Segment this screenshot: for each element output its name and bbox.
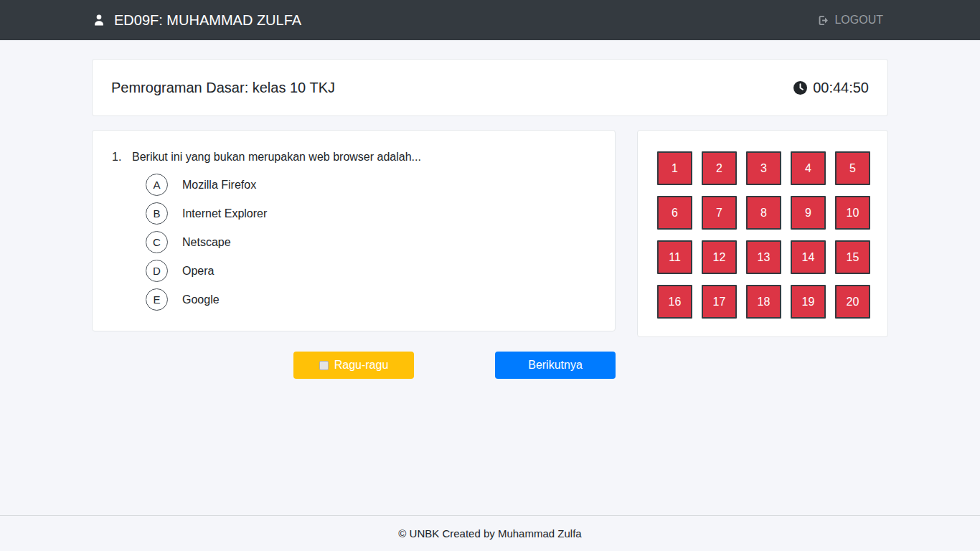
- option-label: Google: [182, 293, 220, 306]
- answer-options: A Mozilla Firefox B Internet Explorer C …: [146, 174, 595, 311]
- question-nav-button-1[interactable]: 1: [657, 151, 692, 185]
- question-nav-button-2[interactable]: 2: [702, 151, 737, 185]
- answer-option-a[interactable]: A Mozilla Firefox: [146, 174, 595, 196]
- question-nav-button-4[interactable]: 4: [791, 151, 826, 185]
- question-nav-button-7[interactable]: 7: [702, 196, 737, 230]
- option-label: Opera: [182, 265, 214, 278]
- main-content: Pemrograman Dasar: kelas 10 TKJ 00:44:50…: [92, 59, 888, 379]
- question-nav-grid: 1 2 3 4 5 6 7 8 9 10 11 12 13 14 15 16 1…: [657, 151, 869, 319]
- question-nav-button-17[interactable]: 17: [702, 285, 737, 319]
- answer-option-d[interactable]: D Opera: [146, 260, 595, 282]
- question-nav-button-10[interactable]: 10: [835, 196, 870, 230]
- footer: © UNBK Created by Muhammad Zulfa: [0, 515, 980, 551]
- question-nav-button-3[interactable]: 3: [746, 151, 781, 185]
- timer-value: 00:44:50: [813, 80, 869, 96]
- logout-label: LOGOUT: [834, 14, 883, 27]
- content-row: 1. Berikut ini yang bukan merupakan web …: [92, 130, 888, 337]
- question-nav-button-19[interactable]: 19: [791, 285, 826, 319]
- option-letter-badge[interactable]: D: [146, 260, 168, 282]
- option-letter-badge[interactable]: B: [146, 202, 168, 225]
- exam-info-card: Pemrograman Dasar: kelas 10 TKJ 00:44:50: [92, 59, 888, 116]
- berikutnya-button[interactable]: Berikutnya: [495, 352, 616, 379]
- option-label: Internet Explorer: [182, 207, 267, 220]
- ragu-ragu-label: Ragu-ragu: [334, 359, 389, 372]
- option-label: Mozilla Firefox: [182, 179, 256, 192]
- question-nav-panel: 1 2 3 4 5 6 7 8 9 10 11 12 13 14 15 16 1…: [637, 130, 888, 337]
- question-nav-button-12[interactable]: 12: [702, 240, 737, 274]
- ragu-ragu-button[interactable]: Ragu-ragu: [293, 352, 414, 379]
- logout-button[interactable]: LOGOUT: [817, 14, 888, 27]
- action-buttons-row: Ragu-ragu Berikutnya: [92, 352, 888, 379]
- question-nav-button-15[interactable]: 15: [835, 240, 870, 274]
- question-nav-button-11[interactable]: 11: [657, 240, 692, 274]
- question-nav-button-6[interactable]: 6: [657, 196, 692, 230]
- footer-text: © UNBK Created by Muhammad Zulfa: [398, 527, 581, 540]
- question-nav-button-8[interactable]: 8: [746, 196, 781, 230]
- exam-title: Pemrograman Dasar: kelas 10 TKJ: [111, 80, 335, 96]
- question-nav-button-16[interactable]: 16: [657, 285, 692, 319]
- answer-option-c[interactable]: C Netscape: [146, 231, 595, 253]
- question-nav-button-14[interactable]: 14: [791, 240, 826, 274]
- question-nav-button-18[interactable]: 18: [746, 285, 781, 319]
- question-nav-button-9[interactable]: 9: [791, 196, 826, 230]
- checkbox-icon: [319, 361, 329, 370]
- option-letter-badge[interactable]: A: [146, 174, 168, 196]
- question-nav-button-20[interactable]: 20: [835, 285, 870, 319]
- user-icon: [92, 13, 106, 27]
- question-nav-button-13[interactable]: 13: [746, 240, 781, 274]
- question-text: Berikut ini yang bukan merupakan web bro…: [132, 149, 595, 165]
- answer-option-e[interactable]: E Google: [146, 288, 595, 311]
- navbar: ED09F: MUHAMMAD ZULFA LOGOUT: [0, 0, 980, 40]
- question-card: 1. Berikut ini yang bukan merupakan web …: [92, 130, 616, 331]
- navbar-user-label: ED09F: MUHAMMAD ZULFA: [114, 12, 301, 29]
- berikutnya-label: Berikutnya: [528, 359, 583, 372]
- option-label: Netscape: [182, 236, 231, 249]
- answer-option-b[interactable]: B Internet Explorer: [146, 202, 595, 225]
- clock-icon: [793, 81, 807, 95]
- question-number: 1.: [112, 149, 132, 165]
- question-nav-button-5[interactable]: 5: [835, 151, 870, 185]
- user-identity: ED09F: MUHAMMAD ZULFA: [92, 12, 301, 29]
- question-head: 1. Berikut ini yang bukan merupakan web …: [112, 149, 595, 165]
- option-letter-badge[interactable]: C: [146, 231, 168, 253]
- logout-icon: [817, 14, 829, 27]
- option-letter-badge[interactable]: E: [146, 288, 168, 311]
- timer: 00:44:50: [793, 80, 869, 96]
